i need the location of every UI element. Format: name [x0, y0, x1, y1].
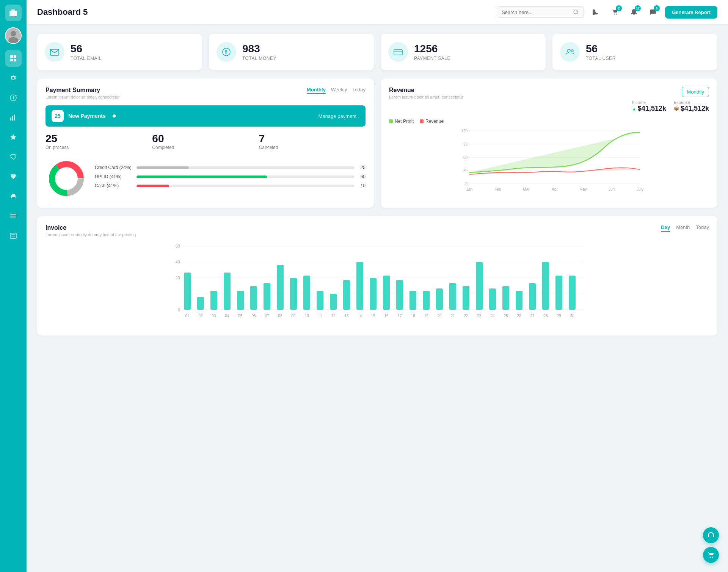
payment-summary-title-block: Payment Summary Lorem ipsum dolor sit am… [46, 87, 120, 99]
sidebar-logo[interactable] [5, 5, 22, 21]
svg-rect-0 [9, 11, 17, 16]
inv-tab-today[interactable]: Today [696, 224, 709, 232]
canceled-stat: 7 Canceled [259, 133, 366, 150]
sidebar-item-dashboard[interactable] [5, 50, 22, 67]
stat-info-payment-sale: 1256 PAYMENT SALE [414, 43, 450, 61]
cart-button[interactable]: 2 [608, 5, 622, 19]
svg-rect-95 [529, 283, 536, 310]
svg-point-28 [614, 14, 615, 15]
svg-text:17: 17 [397, 314, 402, 318]
svg-rect-19 [12, 197, 15, 199]
payment-sale-number: 1256 [414, 43, 450, 55]
revenue-legend: Net Profit Revenue [389, 119, 709, 124]
on-process-stat: 25 On process [46, 133, 152, 150]
svg-text:06: 06 [251, 314, 256, 318]
income-stat: Income ▲ $41,512k [632, 100, 666, 113]
sidebar-item-settings[interactable] [5, 70, 22, 86]
inv-tab-day[interactable]: Day [661, 224, 670, 232]
svg-rect-92 [489, 288, 496, 310]
svg-point-3 [11, 31, 16, 36]
bell-button[interactable]: 12 [627, 5, 641, 19]
svg-text:13: 13 [344, 314, 349, 318]
svg-point-29 [616, 14, 617, 15]
revenue-chart-area: 120 90 60 30 0 Jan Feb Mar Apr [389, 127, 709, 197]
svg-rect-1 [11, 9, 15, 11]
payment-tab-group: Monthly Weekly Today [307, 87, 366, 94]
tab-weekly[interactable]: Weekly [331, 87, 347, 94]
svg-rect-80 [330, 294, 337, 310]
inv-tab-month[interactable]: Month [676, 224, 690, 232]
sidebar-item-heart-outline[interactable] [5, 149, 22, 165]
donut-chart [46, 158, 87, 199]
sidebar-item-list[interactable] [5, 227, 22, 244]
svg-text:19: 19 [424, 314, 428, 318]
stat-cards-row: 56 TOTAL EMAIL $ 983 TOTAL MONEY 1256 [37, 34, 717, 70]
svg-text:21: 21 [450, 314, 455, 318]
expense-label: Expense [674, 100, 709, 105]
svg-rect-93 [502, 286, 509, 310]
stat-info-money: 983 TOTAL MONEY [242, 43, 276, 61]
manage-payment-link[interactable]: Manage payment › [318, 113, 359, 119]
new-payments-label: New Payments [68, 113, 106, 119]
svg-rect-87 [423, 291, 430, 310]
new-payments-left: 25 New Payments [52, 110, 116, 122]
svg-text:24: 24 [490, 314, 495, 318]
tab-today[interactable]: Today [352, 87, 366, 94]
svg-rect-91 [476, 262, 483, 310]
payment-sale-icon [388, 42, 408, 62]
theme-toggle-button[interactable] [589, 5, 603, 19]
sidebar-item-analytics[interactable] [5, 109, 22, 126]
payment-summary-panel: Payment Summary Lorem ipsum dolor sit am… [37, 78, 374, 208]
bar-group [184, 262, 576, 310]
completed-value: 60 [152, 133, 259, 145]
net-profit-label: Net Profit [395, 119, 414, 124]
svg-rect-7 [10, 59, 13, 61]
net-profit-legend: Net Profit [389, 119, 414, 124]
tab-monthly[interactable]: Monthly [307, 87, 326, 94]
svg-text:25: 25 [504, 314, 508, 318]
revenue-panel-header: Revenue Lorem ipsum dolor sit amet, cons… [389, 87, 709, 113]
credit-card-label: Credit Card (24%) [95, 165, 133, 170]
svg-text:30: 30 [463, 169, 468, 173]
revenue-monthly-dropdown[interactable]: Monthly [682, 87, 709, 97]
svg-text:Feb: Feb [494, 187, 501, 191]
svg-rect-23 [10, 233, 16, 238]
expense-value: $41,512k [681, 105, 709, 113]
svg-text:60: 60 [176, 244, 180, 248]
income-value: $41,512k [638, 105, 666, 113]
user-avatar[interactable] [5, 27, 22, 44]
svg-rect-75 [264, 283, 270, 310]
svg-point-129 [710, 557, 711, 558]
total-email-number: 56 [71, 43, 102, 55]
svg-rect-18 [12, 194, 15, 196]
payment-sale-label: PAYMENT SALE [414, 56, 450, 61]
total-email-icon [45, 42, 64, 62]
headset-button[interactable] [703, 527, 719, 543]
search-input[interactable] [502, 9, 570, 15]
new-payments-bar: 25 New Payments Manage payment › [46, 105, 366, 127]
new-payments-count: 25 [52, 110, 64, 122]
chat-button[interactable]: 5 [646, 5, 660, 19]
sidebar-item-heart-fill[interactable] [5, 168, 22, 185]
svg-text:0: 0 [178, 307, 180, 312]
svg-point-11 [13, 96, 14, 97]
invoice-panel: Invoice Lorem ipsum is simply dummy text… [37, 216, 717, 335]
svg-text:120: 120 [461, 129, 468, 133]
svg-point-37 [571, 50, 573, 52]
sidebar-item-print[interactable] [5, 188, 22, 205]
on-process-label: On process [46, 145, 152, 150]
total-user-number: 56 [586, 43, 616, 55]
upi-track [136, 176, 354, 178]
revenue-title-block: Revenue Lorem ipsum dolor sit amet, cons… [389, 87, 463, 99]
svg-rect-78 [303, 276, 310, 310]
upi-label: UPI ID (41%) [95, 174, 133, 179]
sidebar-item-info[interactable] [5, 89, 22, 106]
on-process-value: 25 [46, 133, 152, 145]
cart-float-button[interactable] [703, 547, 719, 563]
search-box[interactable] [497, 6, 584, 18]
search-icon [573, 9, 579, 15]
revenue-legend-label: Revenue [425, 119, 444, 124]
generate-report-button[interactable]: Generate Report [665, 6, 717, 19]
sidebar-item-menu[interactable] [5, 208, 22, 224]
sidebar-item-star[interactable] [5, 129, 22, 146]
